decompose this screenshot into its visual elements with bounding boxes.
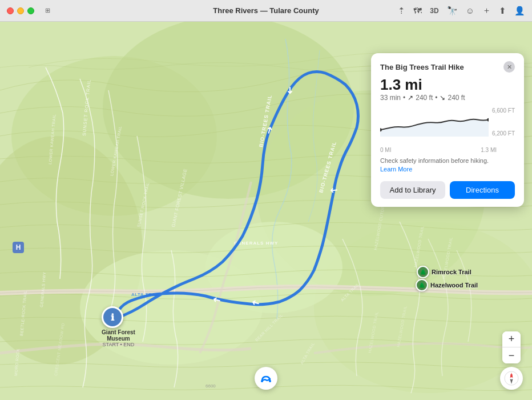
- hazelwood-label: Hazelwood Trail: [430, 282, 478, 289]
- start-end-marker[interactable]: ℹ Giant ForestMuseum START • END: [102, 306, 135, 347]
- info-icon: ℹ: [111, 312, 114, 323]
- distance-end-label: 1.3 MI: [481, 147, 497, 153]
- traffic-lights: [7, 7, 34, 14]
- trail-stats: 33 min • ↗ 240 ft • ↘ 240 ft: [380, 94, 515, 102]
- elevation-high-label: 6,600 FT: [492, 107, 515, 114]
- elevation-chart: 6,600 FT 6,200 FT: [380, 107, 515, 145]
- map-container[interactable]: BIO-TREES TRAIL BIO-TREES TRAIL SUNSET R…: [0, 22, 532, 400]
- start-label: Giant ForestMuseum: [102, 329, 135, 342]
- close-button[interactable]: [7, 7, 14, 14]
- safety-text: Check safety information before hiking.: [380, 157, 489, 164]
- location-arrow-icon[interactable]: ⇡: [398, 6, 405, 16]
- toolbar-controls: ⇡ 🗺 3D 🔭 ☺ ＋ ⬆ 👤: [398, 5, 525, 16]
- trail-card: The Big Trees Trail Hike ✕ 1.3 mi 33 min…: [371, 53, 524, 207]
- smiley-icon[interactable]: ☺: [466, 6, 474, 15]
- poi-hazelwood[interactable]: 🌲 Hazelwood Trail: [416, 279, 478, 291]
- map-icon[interactable]: 🗺: [413, 6, 422, 15]
- rimrock-marker-circle: 🌲: [417, 266, 429, 278]
- svg-point-37: [269, 380, 271, 382]
- svg-text:6600: 6600: [205, 383, 216, 389]
- trail-card-header: The Big Trees Trail Hike ✕: [380, 61, 515, 73]
- minimize-button[interactable]: [17, 7, 24, 14]
- card-actions: Add to Library Directions: [380, 181, 515, 199]
- elevation-down-icon: ↘: [440, 94, 445, 102]
- trail-card-close-button[interactable]: ✕: [503, 61, 515, 73]
- rimrock-label: Rimrock Trail: [432, 269, 471, 275]
- trail-distance: 1.3 mi: [380, 77, 515, 92]
- distance-start-label: 0 MI: [380, 147, 391, 153]
- start-sub: START • END: [102, 342, 135, 347]
- account-icon[interactable]: 👤: [514, 6, 525, 16]
- elevation-loss: 240 ft: [448, 94, 465, 102]
- svg-point-36: [261, 380, 263, 382]
- zoom-in-button[interactable]: +: [502, 331, 521, 347]
- titlebar: ⊞ Three Rivers — Tulare County ⇡ 🗺 3D 🔭 …: [0, 0, 532, 22]
- directions-button[interactable]: Directions: [450, 181, 515, 199]
- safety-info: Check safety information before hiking. …: [380, 157, 515, 174]
- elevation-up-icon: ↗: [408, 94, 413, 102]
- route-icon: [260, 372, 272, 385]
- elevation-gain: 240 ft: [416, 94, 433, 102]
- zoom-controls: + −: [502, 331, 521, 363]
- trail-card-title: The Big Trees Trail Hike: [380, 63, 464, 71]
- map-controls: + − N: [500, 331, 523, 390]
- plus-icon[interactable]: ＋: [482, 5, 491, 16]
- window-icon: ⊞: [43, 7, 51, 15]
- window-title: Three Rivers — Tulare County: [213, 6, 319, 15]
- elevation-low-label: 6,200 FT: [492, 130, 515, 137]
- tree-icon: 🌲: [420, 269, 426, 275]
- zoom-out-button[interactable]: −: [502, 347, 521, 363]
- elevation-chart-svg: [380, 107, 489, 137]
- add-to-library-button[interactable]: Add to Library: [380, 181, 445, 199]
- learn-more-link[interactable]: Learn More: [380, 166, 412, 173]
- trail-time: 33 min: [380, 94, 401, 102]
- hospital-marker: H: [13, 242, 24, 253]
- share-icon[interactable]: ⬆: [499, 6, 506, 16]
- compass-button[interactable]: N: [500, 367, 523, 390]
- hazelwood-marker-circle: 🌲: [416, 279, 428, 291]
- route-button[interactable]: [255, 367, 277, 390]
- tree-icon2: 🌲: [418, 282, 425, 289]
- 3d-icon[interactable]: 3D: [430, 7, 438, 15]
- compass-icon: N: [503, 370, 519, 386]
- start-circle: ℹ: [102, 306, 123, 328]
- stat-separator2: •: [435, 94, 437, 102]
- maximize-button[interactable]: [27, 7, 34, 14]
- svg-text:N: N: [510, 374, 513, 377]
- elevation-x-labels: 0 MI 1.3 MI: [380, 147, 515, 153]
- stat-separator: •: [403, 94, 405, 102]
- elevation-y-labels: 6,600 FT 6,200 FT: [492, 107, 515, 145]
- binoculars-icon[interactable]: 🔭: [447, 6, 458, 16]
- poi-rimrock[interactable]: 🌲 Rimrock Trail: [417, 266, 471, 278]
